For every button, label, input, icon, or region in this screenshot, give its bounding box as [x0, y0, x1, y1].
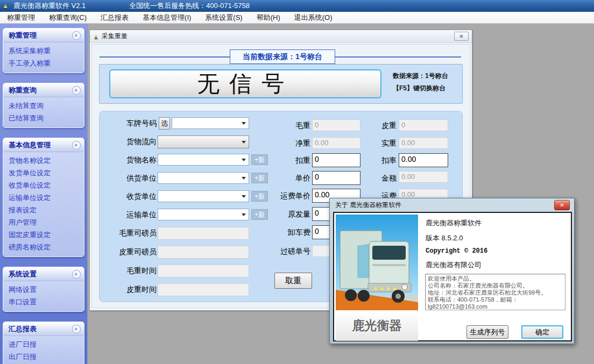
window-title: 采集重量	[102, 32, 454, 41]
chevron-down-icon[interactable]	[239, 192, 247, 201]
sidebar-item-serial-settings[interactable]: 串口设置	[3, 296, 84, 308]
sidebar-item-scale-house-setting[interactable]: 磅房名称设定	[3, 241, 84, 253]
app-title: 鹿光衡器称重软件 V2.1	[13, 1, 86, 11]
chevron-up-icon[interactable]: «	[72, 141, 81, 149]
actual-weight-field: 0.00	[399, 137, 448, 149]
chevron-up-icon[interactable]: «	[72, 31, 81, 40]
sidebar: 称重管理 « 系统采集称重 手工录入称重 称重查询 « 未结算查询 已结算查询 …	[0, 24, 88, 364]
goods-name-label: 货物名称	[100, 155, 157, 165]
about-dialog-titlebar[interactable]: 关于 鹿光衡器称重软件	[330, 198, 574, 211]
ok-button[interactable]: 确定	[521, 325, 563, 339]
tare-operator-label: 皮重司磅员	[100, 247, 157, 257]
switch-scale-hint: 【F5】键切换称台	[393, 82, 462, 95]
chevron-down-icon[interactable]	[239, 174, 247, 182]
version-text: 版本 8.5.2.0	[426, 233, 463, 243]
generate-serial-button[interactable]: 生成序列号	[466, 325, 508, 339]
sidebar-item-transport-setting[interactable]: 运输单位设定	[3, 191, 84, 204]
origin-qty-label: 原发量	[250, 210, 310, 219]
truck-illustration	[336, 215, 418, 310]
sidebar-item-manual-entry-weigh[interactable]: 手工录入称重	[3, 57, 84, 69]
sidebar-item-shipper-setting[interactable]: 发货单位设定	[3, 167, 84, 179]
transport-label: 运输单位	[100, 210, 157, 220]
chevron-down-icon[interactable]	[239, 138, 247, 146]
plate-select-button[interactable]: 选	[159, 117, 170, 130]
panel-header-weigh-manage[interactable]: 称重管理 «	[3, 28, 84, 42]
chevron-down-icon[interactable]	[239, 119, 247, 127]
chevron-down-icon[interactable]	[239, 210, 247, 219]
close-icon[interactable]: ✕	[454, 32, 469, 41]
deduct-rate-label: 扣率	[336, 156, 397, 166]
sidebar-item-user-manage[interactable]: 用户管理	[3, 216, 84, 229]
goods-flow-combobox[interactable]	[158, 135, 249, 148]
panel-title: 系统设置	[9, 269, 37, 279]
truck-image: 鹿光衡器	[336, 215, 418, 339]
panel-header-weigh-query[interactable]: 称重查询 «	[3, 83, 84, 97]
deduct-rate-input[interactable]: 0.00	[399, 153, 448, 167]
goods-flow-label: 货物流向	[100, 137, 157, 147]
sidebar-item-receiver-setting[interactable]: 收货单位设定	[3, 179, 84, 191]
plate-number-combobox[interactable]	[172, 117, 249, 129]
take-weight-button[interactable]: 取重	[274, 273, 312, 289]
sidebar-item-system-capture-weigh[interactable]: 系统采集称重	[3, 45, 84, 57]
unit-price-label: 单价	[250, 174, 310, 183]
net-weight-label: 净重	[250, 139, 310, 148]
sidebar-item-outbound-daily-report[interactable]: 出厂日报	[3, 351, 84, 363]
menu-weigh-manage[interactable]: 称重管理	[0, 12, 42, 24]
tare-operator-field	[158, 246, 249, 259]
close-icon[interactable]: ✕	[554, 200, 570, 210]
gross-time-field	[158, 265, 249, 277]
chevron-up-icon[interactable]: «	[72, 270, 81, 279]
panel-header-system-settings[interactable]: 系统设置 «	[3, 267, 84, 281]
supplier-label: 供货单位	[100, 174, 157, 183]
ticket-no-label: 过磅单号	[250, 247, 310, 256]
amount-field: 0.00	[399, 171, 448, 183]
chevron-down-icon[interactable]	[239, 155, 247, 164]
sidebar-item-settled-query[interactable]: 已结算查询	[3, 112, 84, 124]
menu-system-settings[interactable]: 系统设置(S)	[198, 12, 249, 24]
sidebar-item-network-settings[interactable]: 网络设置	[3, 283, 84, 296]
sidebar-panel-weigh-manage: 称重管理 « 系统采集称重 手工录入称重	[3, 28, 84, 73]
product-name: 鹿光衡器称重软件	[426, 218, 482, 228]
receiver-combobox[interactable]	[158, 190, 249, 202]
sidebar-item-fixed-tare-setting[interactable]: 固定皮重设定	[3, 229, 84, 241]
sidebar-item-unsettled-query[interactable]: 未结算查询	[3, 99, 84, 112]
gross-operator-label: 毛重司磅员	[100, 229, 157, 238]
weigh-window-titlebar[interactable]: ▲ 采集重量 ✕	[90, 30, 472, 43]
sidebar-item-inbound-daily-report[interactable]: 进厂日报	[3, 338, 84, 351]
about-dialog-content: 鹿光衡器 鹿光衡器称重软件 版本 8.5.2.0 Copyright © 201…	[333, 212, 572, 341]
app-titlebar: ▲ 鹿光衡器称重软件 V2.1 全国统一售后服务热线：400-071-5758	[0, 0, 594, 12]
sidebar-item-goods-name-setting[interactable]: 货物名称设定	[3, 154, 84, 167]
company-info-box: 欢迎使用本产品。 公司名称：石家庄鹿光衡器有限公司。 地址：河北省石家庄鹿泉区石…	[425, 274, 565, 310]
chevron-up-icon[interactable]: «	[72, 86, 81, 95]
gross-operator-field	[158, 227, 249, 240]
menubar: 称重管理 称重查询(C) 汇总报表 基本信息管理(I) 系统设置(S) 帮助(H…	[0, 12, 594, 24]
tare-weight-label: 皮重	[336, 121, 397, 131]
menu-basic-info[interactable]: 基本信息管理(I)	[136, 12, 198, 24]
menu-summary-report[interactable]: 汇总报表	[94, 12, 136, 24]
panel-title: 汇总报表	[9, 324, 37, 334]
panel-header-basic-info[interactable]: 基本信息管理 «	[3, 138, 84, 152]
panel-title: 称重管理	[9, 31, 37, 40]
menu-help[interactable]: 帮助(H)	[250, 12, 287, 24]
data-source-banner: 当前数据来源：1号称台	[230, 49, 335, 64]
app-logo-icon: ▲	[2, 2, 11, 10]
about-dialog-title: 关于 鹿光衡器称重软件	[335, 201, 401, 210]
sidebar-panel-summary-report: 汇总报表 « 进厂日报 出厂日报	[3, 322, 84, 364]
transport-combobox[interactable]	[158, 209, 249, 220]
goods-name-combobox[interactable]	[158, 154, 249, 166]
sidebar-item-report-setting[interactable]: 报表设定	[3, 204, 84, 216]
menu-weigh-query[interactable]: 称重查询(C)	[42, 12, 94, 24]
supplier-combobox[interactable]	[158, 172, 249, 184]
weight-display: 无信号	[109, 69, 381, 98]
chevron-up-icon[interactable]: «	[72, 325, 81, 333]
amount-label: 金额	[336, 174, 397, 183]
company-name: 鹿光衡器有限公司	[426, 260, 482, 270]
panel-header-summary-report[interactable]: 汇总报表 «	[3, 322, 84, 336]
tare-weight-field: 0	[399, 119, 448, 131]
menu-exit[interactable]: 退出系统(O)	[287, 12, 340, 24]
gross-time-label: 毛重时间	[100, 266, 157, 276]
about-dialog: 关于 鹿光衡器称重软件 ✕	[329, 198, 575, 344]
tare-time-label: 皮重时间	[100, 285, 157, 295]
deduct-weight-label: 扣重	[250, 156, 310, 166]
unload-fee-label: 卸车费	[250, 228, 310, 238]
